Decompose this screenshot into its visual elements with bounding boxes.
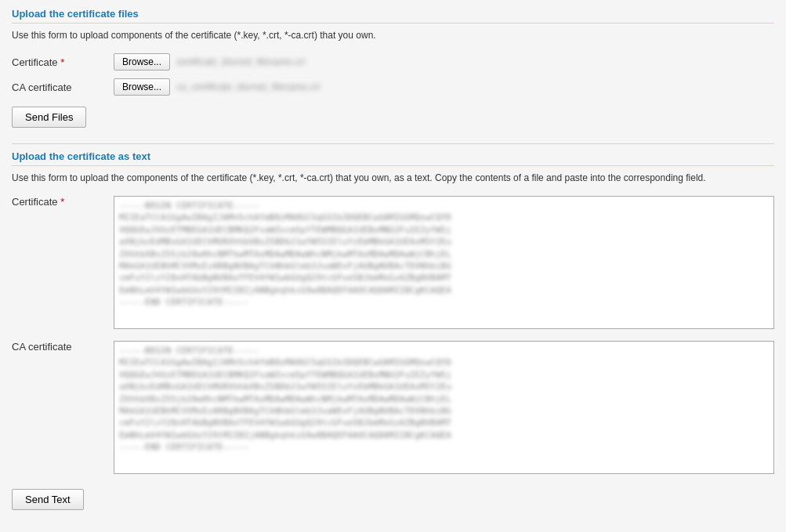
send-text-button[interactable]: Send Text <box>12 489 84 510</box>
page-container: Upload the certificate files Use this fo… <box>0 0 786 532</box>
ca-browse-button[interactable]: Browse... <box>114 78 170 96</box>
required-indicator-text: * <box>60 196 64 208</box>
ca-certificate-file-row: CA certificate Browse... ca_certificate_… <box>12 78 774 96</box>
required-indicator: * <box>60 56 64 68</box>
ca-certificate-text-row: CA certificate -----BEGIN CERTIFICATE---… <box>12 341 774 476</box>
ca-certificate-text-label: CA certificate <box>12 341 114 353</box>
ca-certificate-file-label: CA certificate <box>12 81 114 93</box>
certificate-file-row: Certificate * Browse... certificate_blur… <box>12 53 774 71</box>
upload-files-title: Upload the certificate files <box>12 8 774 24</box>
upload-files-description: Use this form to upload components of th… <box>12 28 774 42</box>
upload-files-section: Upload the certificate files Use this fo… <box>12 8 774 136</box>
certificate-text-label: Certificate * <box>12 196 114 208</box>
ca-textarea-wrapper: -----BEGIN CERTIFICATE----- <span class=… <box>114 341 774 476</box>
send-files-button[interactable]: Send Files <box>12 107 86 128</box>
ca-filename: ca_certificate_blurred_filename.crt <box>176 81 320 92</box>
certificate-file-label: Certificate * <box>12 56 114 68</box>
certificate-textarea-wrapper: -----BEGIN CERTIFICATE----- <span class=… <box>114 196 774 331</box>
certificate-filename: certificate_blurred_filename.crt <box>176 56 305 67</box>
upload-text-title: Upload the certificate as text <box>12 150 774 166</box>
certificate-textarea[interactable]: -----BEGIN CERTIFICATE----- <span class=… <box>114 196 774 329</box>
ca-certificate-textarea[interactable]: -----BEGIN CERTIFICATE----- <span class=… <box>114 341 774 474</box>
upload-text-section: Upload the certificate as text Use this … <box>12 150 774 518</box>
certificate-text-row: Certificate * -----BEGIN CERTIFICATE----… <box>12 196 774 331</box>
section-divider <box>12 143 774 144</box>
upload-text-description: Use this form to upload the components o… <box>12 171 774 185</box>
certificate-browse-button[interactable]: Browse... <box>114 53 170 71</box>
